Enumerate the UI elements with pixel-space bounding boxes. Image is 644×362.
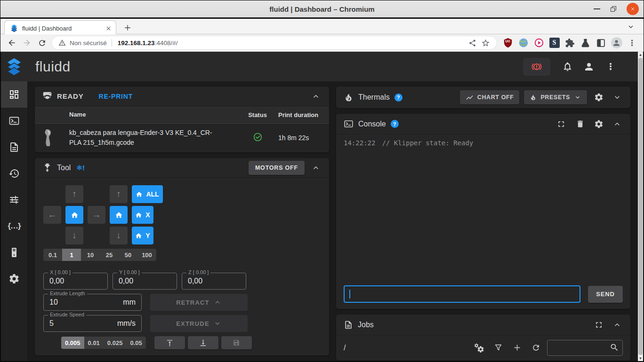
globe-extension-icon[interactable] (516, 36, 531, 50)
browser-menu-icon[interactable]: ⋮ (625, 36, 639, 50)
jobs-refresh-icon[interactable] (528, 340, 543, 355)
sidebar-item-console[interactable] (1, 108, 27, 134)
back-button[interactable] (5, 36, 19, 50)
reload-button[interactable] (35, 36, 49, 50)
thermals-expand-button[interactable] (611, 91, 624, 104)
distance-25-button[interactable]: 25 (100, 249, 119, 261)
extrude-length-field[interactable]: Extrude Length 10 mm (43, 294, 142, 311)
distance-0.1-button[interactable]: 0.1 (43, 249, 62, 261)
split-view-extension-icon[interactable] (594, 36, 608, 50)
jog-z-minus-button[interactable]: ↓ (110, 227, 128, 244)
sidebar-item-history[interactable] (1, 160, 27, 187)
extrude-speed-field[interactable]: Extrude Speed 5 mm/s (43, 315, 142, 332)
emergency-stop-button[interactable] (523, 58, 550, 76)
app-menu-icon[interactable]: ⋮ (602, 58, 619, 75)
bookmark-star-icon[interactable] (479, 36, 492, 49)
window-minimize-button[interactable] (594, 8, 600, 9)
s-extension-icon[interactable]: S (547, 36, 562, 50)
forward-button[interactable] (20, 36, 34, 50)
sidebar-item-settings[interactable] (1, 266, 27, 292)
jog-z-plus-button[interactable]: ↑ (110, 185, 128, 203)
home-z-button[interactable] (110, 206, 128, 224)
extensions-puzzle-icon[interactable] (563, 36, 577, 50)
chart-toggle-button[interactable]: CHART OFF (460, 90, 520, 104)
z-offset-down-button[interactable] (188, 336, 218, 349)
sidebar-item-tune[interactable] (1, 187, 27, 213)
console-command-input[interactable] (344, 285, 580, 303)
tool-collapse-button[interactable] (309, 161, 322, 174)
home-y-button[interactable]: Y (132, 227, 153, 244)
thermals-settings-gear-icon[interactable] (592, 90, 606, 104)
distance-10-button[interactable]: 10 (81, 249, 100, 261)
jog-x-minus-button[interactable]: ← (43, 206, 61, 224)
zstep-0.005-button[interactable]: 0.005 (61, 337, 84, 349)
sidebar-item-configure[interactable]: {…} (1, 213, 27, 239)
home-xy-button[interactable] (65, 206, 83, 224)
send-button[interactable]: SEND (588, 286, 623, 303)
scrollbar-down-arrow[interactable]: ▼ (638, 355, 643, 361)
z-position-field[interactable]: Z [ 0.00 ] 0,00 (182, 273, 246, 290)
help-icon[interactable]: ? (391, 120, 399, 128)
tab-close-icon[interactable] (105, 25, 112, 32)
help-icon[interactable]: ? (394, 94, 402, 102)
home-all-button[interactable]: ALL (132, 185, 163, 203)
new-tab-button[interactable] (121, 21, 134, 34)
thermals-title: Thermals (358, 93, 390, 102)
share-icon[interactable] (466, 36, 479, 49)
jobs-collapse-button[interactable] (611, 318, 624, 331)
chevron-up-icon (213, 298, 222, 307)
zstep-0.025-button[interactable]: 0.025 (104, 337, 127, 349)
sidebar-item-system[interactable] (1, 239, 27, 266)
distance-100-button[interactable]: 100 (137, 249, 156, 261)
jobs-panel: Jobs / (336, 315, 630, 361)
zstep-0.05-button[interactable]: 0.05 (126, 337, 145, 349)
user-account-icon[interactable] (580, 58, 597, 75)
distance-1-button[interactable]: 1 (62, 249, 81, 261)
notifications-bell-icon[interactable] (559, 58, 576, 75)
status-collapse-button[interactable] (309, 90, 322, 103)
flask-extension-icon[interactable] (579, 36, 593, 50)
jog-y-minus-button[interactable]: ↓ (65, 227, 83, 244)
tab-search-chevron-icon[interactable] (627, 23, 635, 31)
retract-button[interactable]: RETRACT (150, 294, 248, 311)
console-settings-gear-icon[interactable] (592, 117, 606, 131)
motors-off-button[interactable]: MOTORS OFF (249, 161, 305, 175)
address-bar[interactable]: Non sécurisé 192.168.1.23 :4408/#/ (51, 36, 497, 50)
jobs-add-icon[interactable] (509, 340, 524, 355)
reprint-button[interactable]: RE-PRINT (99, 93, 133, 100)
console-clear-trash-icon[interactable] (573, 117, 587, 131)
jobs-settings-cogs-icon[interactable] (472, 340, 487, 355)
jobs-search-input[interactable] (547, 340, 623, 356)
z-offset-up-button[interactable] (154, 336, 185, 349)
jobs-filter-icon[interactable] (491, 340, 506, 355)
presets-button[interactable]: PRESETS (524, 90, 587, 104)
browser-tab[interactable]: fluidd | Dashboard (4, 20, 116, 36)
console-collapse-button[interactable] (611, 118, 624, 131)
sidebar-item-dashboard[interactable] (1, 81, 27, 108)
job-row[interactable]: kb_cabeza para lengua-Ender-3 V3 KE_0.4_… (35, 123, 329, 151)
ublock-extension-icon[interactable]: UO (501, 36, 515, 50)
x-position-field[interactable]: X [ 0.00 ] 0,00 (43, 273, 108, 290)
extrude-button[interactable]: EXTRUDE (150, 315, 248, 332)
y-position-field[interactable]: Y [ 0.00 ] 0,00 (113, 273, 177, 290)
security-label[interactable]: Non sécurisé (70, 39, 107, 47)
home-x-button[interactable]: X (132, 206, 153, 224)
z-offset-save-button[interactable] (221, 336, 252, 349)
scrollbar-up-arrow[interactable]: ▲ (638, 52, 643, 57)
console-fullscreen-icon[interactable] (554, 117, 568, 131)
scrollbar-thumb[interactable] (638, 58, 643, 355)
distance-50-button[interactable]: 50 (119, 249, 137, 261)
play-circle-extension-icon[interactable] (532, 36, 546, 50)
jog-x-plus-button[interactable]: → (88, 206, 105, 224)
profile-avatar[interactable] (610, 36, 624, 50)
not-secure-warning-icon[interactable] (58, 39, 66, 47)
window-close-button[interactable] (627, 3, 639, 15)
sidebar-item-jobs[interactable] (1, 134, 27, 160)
jobs-fullscreen-icon[interactable] (592, 318, 606, 332)
zstep-0.01-button[interactable]: 0.01 (84, 337, 104, 349)
part-fan-snowflake-icon[interactable]: ❄! (76, 164, 85, 172)
jog-y-plus-button[interactable]: ↑ (65, 185, 83, 203)
fluidd-logo[interactable] (1, 52, 27, 81)
window-restore-button[interactable] (611, 6, 616, 12)
page-scrollbar[interactable]: ▲ ▼ (638, 52, 643, 361)
